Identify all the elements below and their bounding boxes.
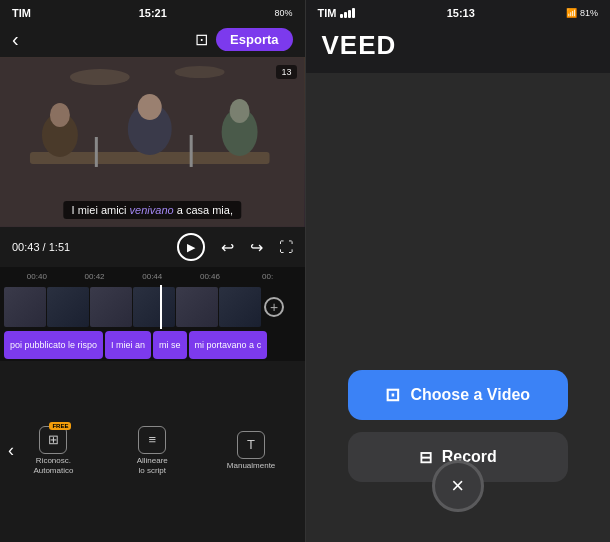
video-preview: I miei amici venivano a casa mia, 13: [0, 57, 305, 227]
top-nav-left: ‹ ⊡ Esporta: [0, 24, 305, 57]
redo-button[interactable]: ↪: [250, 238, 263, 257]
tool-manual[interactable]: T Manualmente: [202, 431, 301, 471]
tool-auto-recognize[interactable]: ⊞ FREE Riconosc.Automatico: [4, 426, 103, 475]
signal-bar-1: [340, 14, 343, 18]
close-icon: ×: [451, 473, 464, 499]
playback-buttons: ▶ ↩ ↪ ⛶: [177, 233, 293, 261]
svg-rect-11: [190, 135, 193, 167]
add-clip-button[interactable]: +: [264, 297, 284, 317]
tick-4: 00:46: [181, 272, 239, 281]
svg-point-9: [230, 99, 250, 123]
back-bottom-button[interactable]: ‹: [8, 440, 14, 461]
svg-point-2: [175, 66, 225, 78]
signal-bar-2: [344, 12, 347, 18]
strip-frame: [90, 287, 132, 327]
tick-3: 00:44: [123, 272, 181, 281]
battery-left: 80%: [274, 8, 292, 18]
tick-1: 00:40: [8, 272, 66, 281]
signal-bars: [340, 8, 355, 18]
bottom-toolbar-left: ‹ ⊞ FREE Riconosc.Automatico ≡ Allineare…: [0, 361, 305, 542]
carrier-left: TIM: [12, 7, 31, 19]
strip-frame: [47, 287, 89, 327]
align-script-icon[interactable]: ≡: [138, 426, 166, 454]
battery-right: 81%: [580, 8, 598, 18]
svg-point-1: [70, 69, 130, 85]
manual-icon[interactable]: T: [237, 431, 265, 459]
choose-video-icon: ⊡: [385, 384, 400, 406]
strip-frame: [4, 287, 46, 327]
playback-controls: 00:43 / 1:51 ▶ ↩ ↪ ⛶: [0, 227, 305, 267]
auto-recognize-label: Riconosc.Automatico: [33, 456, 73, 475]
subtitle-chip-3[interactable]: mi se: [153, 331, 187, 359]
fullscreen-button[interactable]: ⛶: [279, 239, 293, 255]
signal-bar-4: [352, 8, 355, 18]
battery-area-left: 80%: [274, 8, 292, 18]
subtitle-overlay: I miei amici venivano a casa mia,: [64, 201, 241, 219]
export-button[interactable]: Esporta: [216, 28, 292, 51]
subtitle-chip-2[interactable]: I miei an: [105, 331, 151, 359]
align-script-label: Allinearelo script: [137, 456, 168, 475]
strip-frame: [176, 287, 218, 327]
signal-bar-3: [348, 10, 351, 18]
record-icon: ⊟: [419, 448, 432, 467]
svg-point-7: [138, 94, 162, 120]
choose-video-label: Choose a Video: [410, 386, 530, 404]
tick-2: 00:42: [66, 272, 124, 281]
wifi-icon: 📶: [566, 8, 577, 18]
tool-align-script[interactable]: ≡ Allinearelo script: [103, 426, 202, 475]
play-button[interactable]: ▶: [177, 233, 205, 261]
timeline-ruler: 00:40 00:42 00:44 00:46 00:: [0, 267, 305, 285]
undo-button[interactable]: ↩: [221, 238, 234, 257]
status-bar-right: TIM 15:13 📶 81%: [306, 0, 611, 24]
carrier-right: TIM: [318, 7, 337, 19]
choose-video-button[interactable]: ⊡ Choose a Video: [348, 370, 568, 420]
svg-point-5: [50, 103, 70, 127]
playback-time: 00:43 / 1:51: [12, 241, 70, 253]
right-content: ⊡ Choose a Video ⊟ Record ×: [306, 73, 611, 542]
tick-5: 00:: [239, 272, 297, 281]
status-bar-left: TIM 15:21 80%: [0, 0, 305, 24]
subtitle-strip[interactable]: poi pubblicato le rispo I miei an mi se …: [0, 329, 305, 361]
free-badge: FREE: [49, 422, 71, 430]
video-strip[interactable]: +: [0, 285, 305, 329]
carrier-signal-right: TIM: [318, 7, 356, 19]
timeline-cursor: [160, 285, 162, 329]
close-button[interactable]: ×: [432, 460, 484, 512]
veed-header: VEED: [306, 24, 611, 73]
strip-frame: [219, 287, 261, 327]
strip-frame: [133, 287, 175, 327]
veed-title: VEED: [322, 30, 397, 60]
time-left: 15:21: [139, 7, 167, 19]
auto-recognize-icon[interactable]: ⊞ FREE: [39, 426, 67, 454]
svg-rect-10: [95, 137, 98, 167]
timer-badge: 13: [276, 65, 296, 79]
right-panel: TIM 15:13 📶 81% VEED ⊡ Choose a Video ⊟ …: [306, 0, 611, 542]
time-right: 15:13: [447, 7, 475, 19]
subtitle-chip-1[interactable]: poi pubblicato le rispo: [4, 331, 103, 359]
left-panel: TIM 15:21 80% ‹ ⊡ Esporta: [0, 0, 305, 542]
back-button-left[interactable]: ‹: [12, 28, 19, 51]
battery-area-right: 📶 81%: [566, 8, 598, 18]
share-icon[interactable]: ⊡: [195, 30, 208, 49]
nav-icons: ⊡ Esporta: [195, 28, 292, 51]
manual-label: Manualmente: [227, 461, 275, 471]
subtitle-chip-4[interactable]: mi portavano a c: [189, 331, 268, 359]
